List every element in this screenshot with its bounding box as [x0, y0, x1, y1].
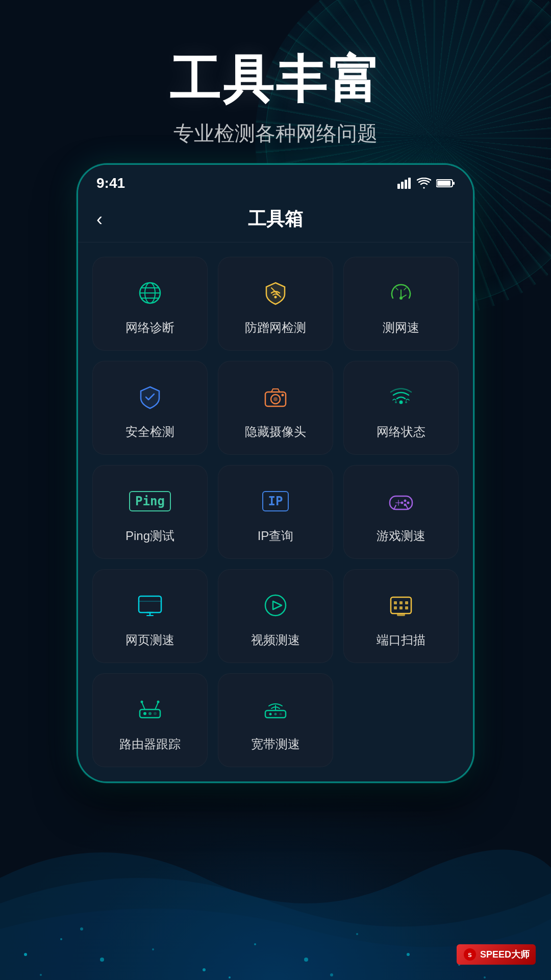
hero-subtitle: 专业检测各种网络问题 [0, 119, 551, 148]
svg-point-67 [154, 712, 157, 715]
svg-point-12 [80, 927, 83, 930]
svg-point-7 [356, 933, 358, 935]
svg-point-46 [401, 502, 404, 504]
wifi-signal-icon [383, 379, 419, 415]
tool-label-ping-test: Ping测试 [126, 528, 174, 544]
tool-label-port-scan: 端口扫描 [377, 632, 425, 648]
svg-rect-16 [397, 184, 400, 189]
ping-badge-icon: Ping [132, 483, 168, 520]
svg-rect-47 [139, 596, 161, 612]
svg-point-43 [404, 500, 407, 502]
tool-label-speed-test: 测网速 [383, 320, 419, 336]
tool-card-hidden-camera[interactable]: 隐藏摄像头 [218, 361, 333, 455]
svg-marker-53 [273, 601, 282, 609]
svg-point-4 [203, 968, 206, 971]
back-button[interactable]: ‹ [96, 209, 103, 230]
svg-point-2 [100, 958, 104, 962]
svg-point-71 [157, 701, 160, 703]
tools-grid: 网络诊断 防蹭网检测 [78, 242, 473, 781]
signal-icon [397, 178, 412, 189]
svg-point-15 [484, 976, 486, 978]
svg-point-75 [274, 713, 277, 716]
svg-rect-18 [405, 180, 407, 189]
monitor-icon [132, 587, 168, 624]
hero-title: 工具丰富 [0, 51, 551, 107]
svg-text:S: S [468, 952, 471, 958]
tool-card-web-speed[interactable]: 网页测速 [92, 569, 208, 663]
svg-point-5 [254, 943, 256, 945]
tool-label-hidden-camera: 隐藏摄像头 [245, 424, 306, 440]
svg-point-76 [280, 713, 282, 716]
tool-label-anti-squat: 防蹭网检测 [245, 320, 306, 336]
watermark-badge: S SPEED大师 [457, 944, 536, 965]
svg-rect-19 [408, 178, 411, 189]
tool-card-router-trace[interactable]: 路由器跟踪 [92, 673, 208, 767]
svg-point-52 [265, 595, 286, 616]
svg-rect-60 [405, 606, 408, 609]
ip-badge-icon: IP [257, 483, 294, 520]
svg-line-31 [396, 288, 398, 290]
svg-rect-58 [394, 606, 397, 609]
svg-point-69 [141, 701, 143, 703]
hero-section: 工具丰富 专业检测各种网络问题 [0, 51, 551, 148]
svg-point-36 [282, 394, 284, 397]
svg-point-6 [304, 958, 308, 962]
svg-rect-21 [437, 181, 450, 186]
watermark-logo-icon: S [463, 947, 477, 962]
tool-card-broadband-speed[interactable]: 宽带测速 [218, 673, 333, 767]
tool-label-router-trace: 路由器跟踪 [119, 736, 181, 752]
svg-point-38 [395, 401, 397, 403]
wifi-icon [417, 178, 431, 189]
tool-label-security-check: 安全检测 [126, 424, 174, 440]
svg-rect-56 [399, 601, 403, 604]
tool-card-game-speed[interactable]: 游戏测速 [343, 465, 459, 559]
phone-mockup: 9:41 [77, 163, 474, 783]
page-title: 工具箱 [248, 207, 303, 232]
svg-point-14 [330, 973, 333, 976]
tool-label-video-speed: 视频测速 [251, 632, 300, 648]
watermark: S SPEED大师 [457, 944, 536, 965]
tool-card-port-scan[interactable]: 端口扫描 [343, 569, 459, 663]
camera-icon [257, 379, 294, 415]
shield-wifi-icon [257, 275, 294, 311]
tool-card-network-status[interactable]: 网络状态 [343, 361, 459, 455]
tool-label-web-speed: 网页测速 [126, 632, 174, 648]
ping-text: Ping [129, 491, 171, 511]
ip-text: IP [262, 491, 289, 511]
svg-point-66 [148, 712, 152, 715]
tool-label-game-speed: 游戏测速 [377, 528, 425, 544]
tool-label-broadband-speed: 宽带测速 [251, 736, 300, 752]
svg-point-39 [405, 401, 407, 403]
status-bar: 9:41 [78, 165, 473, 197]
status-time: 9:41 [96, 175, 125, 191]
svg-point-28 [274, 296, 277, 299]
tool-card-speed-test[interactable]: 测网速 [343, 257, 459, 351]
tool-card-video-speed[interactable]: 视频测速 [218, 569, 333, 663]
tool-card-ip-lookup[interactable]: IP IP查询 [218, 465, 333, 559]
tool-label-ip-lookup: IP查询 [258, 528, 294, 544]
watermark-text: SPEED大师 [480, 948, 530, 961]
router-icon [132, 691, 168, 728]
svg-point-74 [269, 713, 272, 716]
gamepad-icon [383, 483, 419, 520]
tool-card-security-check[interactable]: 安全检测 [92, 361, 208, 455]
svg-point-13 [229, 976, 231, 978]
phone-frame: 9:41 [77, 163, 474, 783]
svg-rect-61 [397, 614, 405, 616]
svg-point-44 [407, 502, 410, 504]
tool-card-network-diagnosis[interactable]: 网络诊断 [92, 257, 208, 351]
svg-line-68 [142, 702, 145, 709]
port-grid-icon [383, 587, 419, 624]
nav-bar: ‹ 工具箱 [78, 197, 473, 242]
svg-rect-17 [401, 182, 404, 189]
tool-card-ping-test[interactable]: Ping Ping测试 [92, 465, 208, 559]
svg-line-32 [404, 288, 406, 290]
status-icons [397, 178, 455, 189]
battery-icon [436, 178, 455, 188]
speedometer-icon [383, 275, 419, 311]
svg-point-65 [143, 712, 146, 715]
play-circle-icon [257, 587, 294, 624]
svg-rect-22 [453, 182, 455, 185]
svg-point-8 [407, 953, 410, 956]
tool-card-anti-squat[interactable]: 防蹭网检测 [218, 257, 333, 351]
